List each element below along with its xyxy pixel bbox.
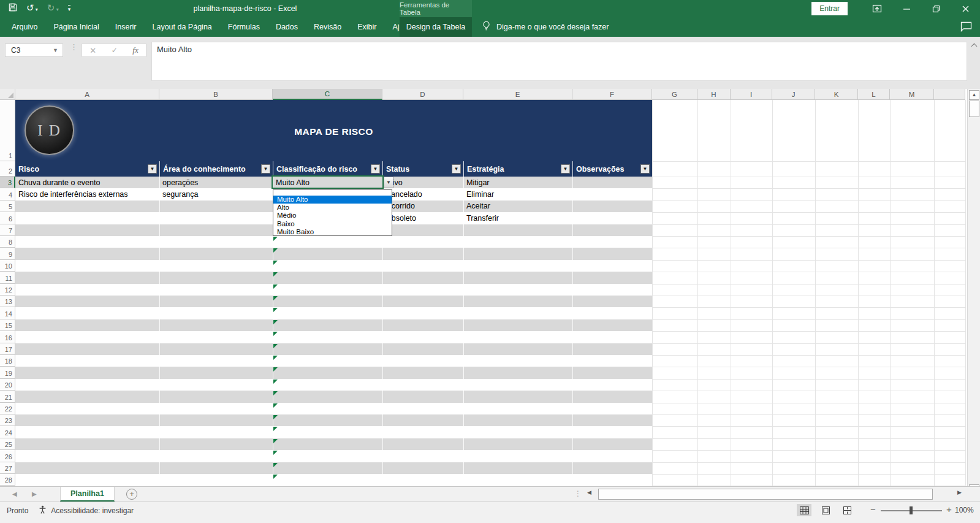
table-row[interactable] bbox=[15, 462, 652, 474]
filter-icon-risco[interactable]: ▼ bbox=[148, 164, 157, 174]
row-header-21[interactable]: 21 bbox=[0, 391, 15, 402]
row-header-14[interactable]: 14 bbox=[0, 307, 15, 319]
table-row[interactable] bbox=[15, 474, 652, 486]
row-header-4[interactable]: 4 bbox=[0, 188, 15, 200]
normal-view-icon[interactable] bbox=[797, 504, 811, 516]
cell-risco-row3[interactable]: Chuva durante o evento bbox=[15, 177, 159, 188]
feedback-comment-icon[interactable] bbox=[960, 21, 972, 34]
table-row[interactable] bbox=[15, 296, 652, 307]
tab-exibir[interactable]: Exibir bbox=[349, 17, 384, 37]
filter-icon-area-do-conhecimento[interactable]: ▼ bbox=[261, 164, 270, 174]
formula-input[interactable]: Muito Alto bbox=[151, 42, 967, 81]
page-break-view-icon[interactable] bbox=[840, 504, 854, 516]
row-header-16[interactable]: 16 bbox=[0, 331, 15, 343]
tab-dados[interactable]: Dados bbox=[268, 17, 306, 37]
dropdown-item-muito-alto[interactable]: Muito Alto bbox=[273, 196, 392, 204]
tell-me-box[interactable]: Diga-me o que você deseja fazer bbox=[482, 17, 609, 37]
row-header-10[interactable]: 10 bbox=[0, 260, 15, 272]
row-header-24[interactable]: 24 bbox=[0, 426, 15, 438]
column-header-b[interactable]: B bbox=[159, 89, 273, 100]
table-row[interactable] bbox=[15, 260, 652, 272]
zoom-slider-handle[interactable] bbox=[910, 506, 913, 514]
row-header-8[interactable]: 8 bbox=[0, 236, 15, 248]
row-header-22[interactable]: 22 bbox=[0, 403, 15, 414]
table-row[interactable] bbox=[15, 331, 652, 343]
cell-estrategia-row3[interactable]: Mitigar bbox=[463, 177, 572, 188]
tab-design-da-tabela[interactable]: Design da Tabela bbox=[400, 17, 472, 37]
tab-layout-da-pagina[interactable]: Layout da Página bbox=[144, 17, 219, 37]
column-header-h[interactable]: H bbox=[697, 89, 731, 100]
cell-status-row6[interactable]: Obsoleto bbox=[382, 212, 463, 224]
dropdown-item-alto[interactable]: Alto bbox=[273, 204, 392, 212]
table-row[interactable] bbox=[15, 319, 652, 331]
data-validation-dropdown-button[interactable]: ▼ bbox=[384, 177, 393, 188]
zoom-out-icon[interactable]: − bbox=[870, 504, 876, 514]
table-row[interactable] bbox=[15, 391, 652, 402]
name-box-dropdown-icon[interactable]: ▼ bbox=[53, 47, 58, 53]
zoom-in-icon[interactable]: + bbox=[946, 504, 952, 514]
filter-icon-observacoes[interactable]: ▼ bbox=[640, 164, 650, 174]
horizontal-scrollbar-thumb[interactable] bbox=[598, 489, 933, 500]
table-row[interactable] bbox=[15, 367, 652, 378]
table-row[interactable] bbox=[15, 438, 652, 450]
zoom-level[interactable]: 100% bbox=[955, 506, 974, 514]
cell-estrategia-row5[interactable]: Aceitar bbox=[463, 200, 572, 212]
row-header-1[interactable]: 1 bbox=[0, 100, 15, 161]
filter-icon-estrategia[interactable]: ▼ bbox=[561, 164, 570, 174]
sheet-tab-planilha1[interactable]: Planilha1 bbox=[60, 487, 115, 502]
row-header-25[interactable]: 25 bbox=[0, 438, 15, 450]
row-header-6[interactable]: 6 bbox=[0, 212, 15, 224]
table-row[interactable] bbox=[15, 307, 652, 319]
accessibility-status[interactable]: Acessibilidade: investigar bbox=[38, 505, 134, 516]
row-header-13[interactable]: 13 bbox=[0, 296, 15, 307]
table-row[interactable] bbox=[15, 272, 652, 283]
row-header-7[interactable]: 7 bbox=[0, 224, 15, 236]
table-row[interactable] bbox=[15, 248, 652, 259]
column-header-f[interactable]: F bbox=[572, 89, 652, 100]
select-all-corner[interactable] bbox=[0, 89, 15, 100]
tab-arquivo[interactable]: Arquivo bbox=[4, 17, 45, 37]
page-layout-view-icon[interactable] bbox=[818, 504, 833, 516]
name-box[interactable]: C3 ▼ bbox=[5, 44, 63, 57]
vertical-scrollbar-thumb[interactable] bbox=[969, 101, 979, 117]
table-row[interactable] bbox=[15, 355, 652, 367]
column-header-a[interactable]: A bbox=[15, 89, 159, 100]
row-header-27[interactable]: 27 bbox=[0, 462, 15, 474]
cell-status-row4[interactable]: Cancelado bbox=[382, 188, 463, 200]
row-header-3[interactable]: 3 bbox=[0, 177, 15, 188]
tab-formulas[interactable]: Fórmulas bbox=[220, 17, 268, 37]
dropdown-item-muito-baixo[interactable]: Muito Baixo bbox=[273, 228, 392, 236]
row-header-12[interactable]: 12 bbox=[0, 284, 15, 296]
column-header-j[interactable]: J bbox=[772, 89, 815, 100]
column-header-d[interactable]: D bbox=[382, 89, 463, 100]
row-header-5[interactable]: 5 bbox=[0, 200, 15, 212]
row-header-19[interactable]: 19 bbox=[0, 367, 15, 378]
row-header-17[interactable]: 17 bbox=[0, 343, 15, 355]
row-header-15[interactable]: 15 bbox=[0, 319, 15, 331]
row-header-18[interactable]: 18 bbox=[0, 355, 15, 367]
column-header-l[interactable]: L bbox=[858, 89, 890, 100]
filter-icon-classificacao-do-risco[interactable]: ▼ bbox=[371, 164, 380, 174]
qat-customize-icon[interactable]: ▾ bbox=[68, 5, 71, 12]
sheet-nav-left-icon[interactable]: ◀ bbox=[12, 491, 17, 497]
cell-area-do-conhecimento-row4[interactable]: segurança bbox=[159, 188, 273, 200]
cell-risco-row4[interactable]: Risco de interferências externas bbox=[15, 188, 159, 200]
row-header-11[interactable]: 11 bbox=[0, 272, 15, 283]
sheet-nav-right-icon[interactable]: ▶ bbox=[32, 491, 37, 497]
table-row[interactable] bbox=[15, 426, 652, 438]
cancel-icon[interactable]: ✕ bbox=[89, 46, 96, 55]
table-row[interactable] bbox=[15, 379, 652, 391]
column-header-i[interactable]: I bbox=[731, 89, 772, 100]
column-header-c[interactable]: C bbox=[273, 89, 382, 100]
ribbon-display-options-icon[interactable] bbox=[869, 0, 885, 17]
filter-icon-status[interactable]: ▼ bbox=[452, 164, 461, 174]
undo-dropdown-icon[interactable]: ▾ bbox=[34, 7, 38, 12]
row-header-23[interactable]: 23 bbox=[0, 414, 15, 426]
tab-scrollbar-divider[interactable]: ⋮ bbox=[574, 489, 582, 498]
vertical-scrollbar[interactable]: ▲ ▼ bbox=[967, 89, 980, 495]
table-row[interactable] bbox=[15, 343, 652, 355]
column-header-e[interactable]: E bbox=[463, 89, 572, 100]
sign-in-button[interactable]: Entrar bbox=[811, 2, 848, 15]
row-header-9[interactable]: 9 bbox=[0, 248, 15, 259]
scroll-left-icon[interactable]: ◀ bbox=[587, 489, 591, 495]
